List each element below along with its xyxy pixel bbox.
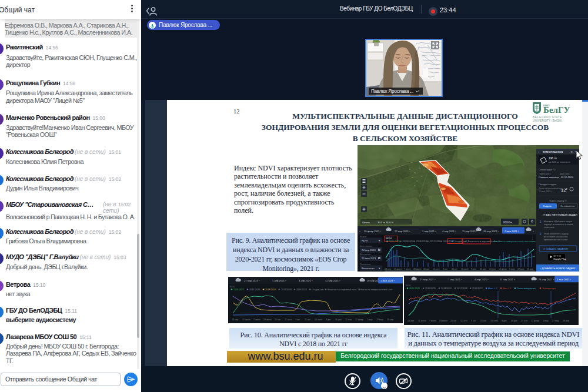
svg-text:2020-2021: 2020-2021 <box>233 289 244 291</box>
svg-text:8 дек: 8 дек <box>326 319 331 321</box>
svg-text:2018/2019: 2018/2019 <box>441 287 452 290</box>
svg-text:12°: 12° <box>561 187 567 193</box>
svg-text:Нажмите «Добавить новую: Нажмите «Добавить новую <box>544 220 572 223</box>
svg-text:1 апр 2021 ›: 1 апр 2021 › <box>448 278 462 281</box>
svg-text:3 окт: 3 окт <box>471 320 476 322</box>
svg-text:Влажность в корневой зоне, %: Влажность в корневой зоне, % <box>328 289 360 291</box>
svg-text:25 окт: 25 окт <box>305 319 311 321</box>
svg-text:задачу» и появится в левой: задачу» и появится в левой <box>544 223 573 226</box>
svg-text:25 окт: 25 окт <box>452 268 458 270</box>
svg-text:2017/2018: 2017/2018 <box>430 240 440 243</box>
svg-text:26 апр 2021 ›: 26 апр 2021 › <box>483 230 499 233</box>
svg-text:01.10.2020: 01.10.2020 <box>561 176 574 179</box>
svg-text:3 окт: 3 окт <box>443 268 448 270</box>
svg-text:12 февр: 12 февр <box>499 268 507 270</box>
svg-text:ТИМОЛЛАСКОВ: ТИМОЛЛАСКОВ <box>543 150 563 153</box>
svg-text:18 апр: 18 апр <box>387 319 393 321</box>
svg-text:5 мар: 5 мар <box>367 319 372 321</box>
svg-text:5 мар: 5 мар <box>543 320 548 322</box>
svg-text:11 апр 2021 ›: 11 апр 2021 › <box>325 279 340 282</box>
svg-text:5 мар: 5 мар <box>509 268 514 270</box>
svg-text:Севооборот ⓘ: Севооборот ⓘ <box>539 168 556 171</box>
svg-text:21 янв: 21 янв <box>521 320 527 322</box>
svg-text:Фотозаметка: Фотозаметка <box>560 205 575 207</box>
svg-text:Показатель: Показатель <box>360 263 371 266</box>
svg-text:25 мая 2021: 25 мая 2021 <box>362 257 376 260</box>
svg-text:12 февр: 12 февр <box>531 320 539 322</box>
svg-text:7 июля: 7 июля <box>253 319 260 321</box>
svg-text:20 авг: 20 авг <box>275 319 281 321</box>
svg-text:25 окт: 25 окт <box>480 320 487 322</box>
svg-text:Индекс: Индекс <box>360 236 367 238</box>
svg-text:30 дек: 30 дек <box>335 319 342 321</box>
svg-text:2018/2019: 2018/2019 <box>265 289 276 291</box>
svg-text:Озимые пшеница: Озимые пшеница <box>539 176 559 179</box>
svg-text:15 июня: 15 июня <box>242 319 250 321</box>
svg-text:24 апр: 24 апр <box>232 319 238 321</box>
svg-text:2020-2021: 2020-2021 <box>409 287 420 290</box>
svg-text:20 авг: 20 авг <box>450 320 457 322</box>
svg-text:NDVI: NDVI <box>406 284 410 287</box>
svg-text:4 апр 2021 ›: 4 апр 2021 › <box>442 230 456 233</box>
svg-text:NDVI ▾: NDVI ▾ <box>503 221 512 224</box>
svg-text:21 янв: 21 янв <box>489 268 496 270</box>
svg-text:Мин t, С: Мин t, С <box>503 287 512 290</box>
svg-text:Дата начала: Дата начала <box>360 245 372 247</box>
svg-text:24 апр 2020: 24 апр 2020 <box>362 249 376 252</box>
svg-text:20 авг: 20 авг <box>423 268 430 270</box>
svg-text:Задать задачу ⓘ: Задать задачу ⓘ <box>549 200 567 202</box>
svg-text:Дата сева: Дата сева <box>560 173 570 175</box>
svg-text:24 апр: 24 апр <box>385 268 391 270</box>
svg-text:11 сент: 11 сент <box>285 319 292 321</box>
svg-text:26 февр 2021 ›: 26 февр 2021 › <box>364 230 382 233</box>
svg-text:16 нояб: 16 нояб <box>490 320 498 322</box>
svg-text:У ВАС НЕТ НОВЫХ ЗАДАЧ: У ВАС НЕТ НОВЫХ ЗАДАЧ <box>543 213 577 216</box>
svg-text:3 окт: 3 окт <box>295 319 300 321</box>
svg-text:27 мар 2021 ›: 27 мар 2021 › <box>420 278 436 281</box>
svg-text:NDVI: NDVI <box>362 239 368 242</box>
svg-text:2017/2018: 2017/2018 <box>281 289 292 291</box>
svg-text:‹: ‹ <box>359 229 360 233</box>
svg-text:NDVI: NDVI <box>230 286 235 288</box>
svg-text:15 июня: 15 июня <box>418 320 426 322</box>
svg-text:8 дек: 8 дек <box>502 320 507 322</box>
svg-text:Школа: Школа <box>362 221 370 224</box>
svg-text:7 июля: 7 июля <box>404 268 411 270</box>
svg-text:11 сент: 11 сент <box>433 268 440 270</box>
svg-text:Влажность поверхностного слоя: Влажность поверхностного слоя <box>359 289 392 291</box>
svg-text:Даем небольшой обзор: Даем небольшой обзор <box>539 187 562 190</box>
svg-text:2016/2017: 2016/2017 <box>472 287 483 290</box>
svg-text:UNIVERSITY (BelSU): UNIVERSITY (BelSU) <box>533 119 562 122</box>
svg-text:Павлюк Ярослава ...: Павлюк Ярослава ... <box>371 89 413 94</box>
svg-text:28 июля: 28 июля <box>263 319 272 321</box>
svg-text:2019-2020: 2019-2020 <box>249 289 260 291</box>
svg-text:Влажность поверхностного слоя: Влажность поверхностного слоя почвы % <box>494 240 539 243</box>
svg-text:BELGOROD STATE: BELGOROD STATE <box>533 116 562 119</box>
svg-text:1 апр 2021 ›: 1 апр 2021 › <box>272 279 286 282</box>
svg-text:2017/2018: 2017/2018 <box>457 287 467 290</box>
svg-text:2019/2020: 2019/2020 <box>425 287 436 290</box>
svg-text:27 мар 2021 ›: 27 мар 2021 › <box>395 230 410 233</box>
svg-text:27 мар: 27 мар <box>376 319 383 321</box>
svg-text:2016/2017: 2016/2017 <box>296 289 307 291</box>
svg-text:Погода сегодня: Погода сегодня <box>539 183 556 186</box>
svg-text:21 янв: 21 янв <box>345 319 352 321</box>
svg-text:Макс t, С: Макс t, С <box>488 287 497 290</box>
svg-text:11 сент: 11 сент <box>460 320 468 322</box>
svg-text:Этой выполнять задачу: Этой выполнять задачу <box>544 233 569 235</box>
svg-text:198 га: 198 га <box>549 157 557 160</box>
svg-text:🗑: 🗑 <box>570 150 573 153</box>
svg-text:27 мар 2021 ›: 27 мар 2021 › <box>244 279 260 282</box>
svg-text:4 апр 2021 ›: 4 апр 2021 › <box>299 279 313 282</box>
svg-text:16 нояб: 16 нояб <box>315 319 322 321</box>
svg-text:установите мобильное: установите мобильное <box>544 236 567 238</box>
svg-text:Влажность: Влажность <box>362 267 375 270</box>
svg-text:16 нояб: 16 нояб <box>461 268 469 270</box>
svg-text:этом поле: этом поле <box>544 226 554 229</box>
svg-text:Температура: Температура <box>542 287 556 290</box>
svg-text:11 апр 2021 ›: 11 апр 2021 › <box>500 278 515 281</box>
svg-text:28 июля: 28 июля <box>439 320 447 322</box>
svg-text:2019/2020: 2019/2020 <box>403 240 414 243</box>
svg-text:30 дек: 30 дек <box>480 268 486 270</box>
svg-text:до 2022 не влажность: до 2022 не влажность <box>549 161 570 163</box>
